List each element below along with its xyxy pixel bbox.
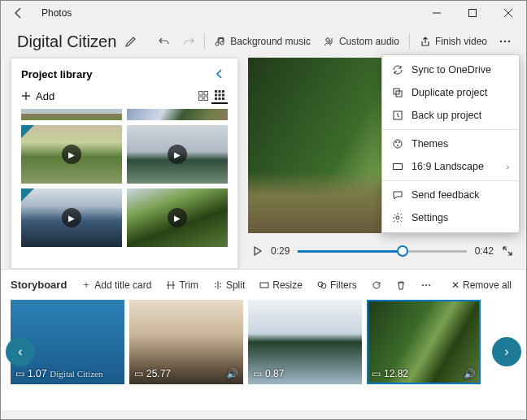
svg-rect-17 [222,94,224,97]
menu-label: Send feedback [412,189,479,201]
menu-label: 16:9 Landscape [412,161,484,172]
clip-more-button[interactable] [416,279,437,292]
rename-button[interactable] [124,35,137,48]
ellipsis-icon [420,280,432,290]
split-icon [213,280,223,290]
maximize-button[interactable] [455,1,490,25]
feedback-icon [392,189,403,201]
svg-rect-13 [219,90,221,93]
library-thumb[interactable] [127,109,228,120]
collapse-library-button[interactable] [211,67,228,81]
finish-video-button[interactable]: Finish video [413,32,494,50]
svg-rect-15 [215,94,217,97]
split-label: Split [226,279,245,291]
svg-rect-19 [219,97,221,100]
view-large-button[interactable] [195,89,211,103]
minimize-button[interactable] [419,1,455,25]
resize-button[interactable]: Resize [255,278,307,292]
storyboard-next-button[interactable]: › [492,337,521,366]
add-media-button[interactable]: Add [21,90,195,102]
storyboard-clip[interactable]: ▭25.77 🔊 [129,300,243,384]
current-time: 0:29 [271,245,290,257]
project-library-panel: Project library Add ▶ ▶ ▶ ▶ [11,58,238,269]
rotate-button[interactable] [367,279,386,292]
resize-icon [259,280,269,290]
play-icon: ▶ [168,145,187,164]
svg-point-33 [397,145,399,146]
back-button[interactable] [1,1,37,25]
menu-aspect-ratio[interactable]: 16:9 Landscape› [382,155,519,178]
clip-duration: 12.82 [384,368,408,379]
trim-button[interactable]: Trim [161,278,203,292]
aspect-icon [392,161,403,172]
menu-label: Back up project [412,110,481,121]
svg-rect-1 [469,10,477,17]
play-button[interactable] [251,245,263,257]
add-title-card-button[interactable]: ＋Add title card [76,276,156,293]
play-icon: ▶ [62,145,81,164]
background-music-button[interactable]: Background music [208,32,317,50]
menu-settings[interactable]: Settings [382,206,519,229]
more-menu: Sync to OneDrive Duplicate project Back … [381,54,520,233]
menu-label: Sync to OneDrive [412,64,491,76]
svg-point-7 [508,41,510,42]
background-music-label: Background music [230,36,311,47]
backup-icon [392,110,403,121]
project-name: Digital Citizen [17,32,116,51]
storyboard-clip[interactable]: ▭0.87 [248,300,362,384]
menu-separator [382,129,519,130]
remove-all-button[interactable]: ✕Remove all [446,278,516,292]
app-title: Photos [41,7,419,19]
play-icon: ▶ [62,208,81,227]
storyboard-clip[interactable]: ▭12.82 🔊 [367,300,481,384]
svg-point-35 [396,216,399,219]
add-title-card-label: Add title card [94,279,151,291]
storyboard-prev-button[interactable]: ‹ [6,337,35,366]
seek-slider[interactable] [298,250,466,253]
more-button[interactable] [494,32,516,50]
themes-icon [392,138,403,149]
menu-label: Themes [412,138,448,149]
filters-button[interactable]: Filters [312,278,362,292]
storyboard-panel: Storyboard ＋Add title card Trim Split Re… [1,269,526,410]
menu-themes[interactable]: Themes [382,132,519,155]
library-thumb[interactable]: ▶ [127,125,228,184]
library-thumb[interactable] [21,109,122,120]
menu-sync-onedrive[interactable]: Sync to OneDrive [382,58,519,81]
menu-label: Duplicate project [412,87,487,98]
library-thumb[interactable]: ▶ [21,188,122,247]
trim-label: Trim [179,279,198,291]
gear-icon [392,212,403,223]
clip-duration: 0.87 [265,368,284,379]
svg-rect-20 [222,97,224,100]
menu-send-feedback[interactable]: Send feedback [382,184,519,206]
svg-point-32 [399,141,400,143]
svg-rect-9 [204,92,208,96]
library-thumb[interactable]: ▶ [21,125,122,184]
project-library-title: Project library [21,68,211,80]
undo-button[interactable] [152,32,176,50]
custom-audio-button[interactable]: Custom audio [317,32,406,50]
svg-point-25 [425,284,427,286]
rotate-icon [372,280,381,290]
view-small-button[interactable] [211,88,228,104]
menu-duplicate-project[interactable]: Duplicate project [382,81,519,104]
library-thumb[interactable]: ▶ [127,188,228,247]
divider [204,33,205,50]
title-card-icon: ▭ [15,368,24,379]
ellipsis-icon [499,36,512,47]
delete-clip-button[interactable] [391,279,411,292]
title-card-text: Digital Citizen [50,369,102,379]
divider [409,33,410,50]
menu-separator [382,180,519,181]
svg-point-31 [395,141,397,143]
close-button[interactable] [490,1,526,25]
menu-backup-project[interactable]: Back up project [382,104,519,127]
plus-icon: ＋ [81,278,91,292]
fullscreen-button[interactable] [502,245,513,257]
redo-button[interactable] [176,32,201,50]
video-icon: ▭ [372,368,381,379]
chevron-left-icon [215,68,224,80]
split-button[interactable]: Split [208,278,250,292]
svg-rect-34 [394,164,403,170]
